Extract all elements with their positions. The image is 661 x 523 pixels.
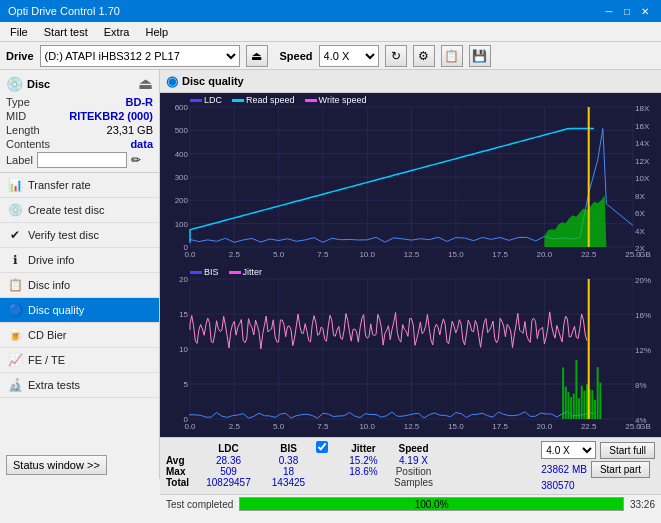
max-jitter: 18.6%	[336, 466, 391, 477]
nav-label-disc-quality: Disc quality	[28, 304, 84, 316]
avg-ldc: 28.36	[196, 455, 261, 466]
start-full-button[interactable]: Start full	[600, 442, 655, 459]
stats-area: LDC BIS Jitter Speed Avg 28.36 0.38 15.2…	[160, 437, 661, 494]
mid-value: RITEKBR2 (000)	[69, 110, 153, 122]
menu-file[interactable]: File	[4, 24, 34, 40]
label-edit-icon[interactable]: ✏	[131, 153, 141, 167]
length-value: 23,31 GB	[107, 124, 153, 136]
menu-start-test[interactable]: Start test	[38, 24, 94, 40]
menu-help[interactable]: Help	[139, 24, 174, 40]
legend-write-speed: Write speed	[319, 95, 367, 105]
nav-item-fe-te[interactable]: 📈FE / TE	[0, 348, 159, 373]
samples-value: 380570	[541, 480, 655, 491]
speed-label: Speed	[280, 50, 313, 62]
top-legend: LDC Read speed Write speed	[190, 95, 366, 105]
disc-icon: 💿	[6, 76, 23, 92]
position-value: 23862 MB	[541, 464, 587, 475]
nav-item-disc-quality[interactable]: 🔵Disc quality	[0, 298, 159, 323]
settings-button[interactable]: ⚙	[413, 45, 435, 67]
save-button[interactable]: 💾	[469, 45, 491, 67]
bottom-legend: BIS Jitter	[190, 267, 262, 277]
max-bis: 18	[261, 466, 316, 477]
nav-item-create-test-disc[interactable]: 💿Create test disc	[0, 198, 159, 223]
speed-val: 4.19 X	[391, 455, 436, 466]
contents-value: data	[130, 138, 153, 150]
status-window-button[interactable]: Status window >>	[6, 455, 107, 475]
label-label: Label	[6, 154, 33, 166]
nav-label-fe-te: FE / TE	[28, 354, 65, 366]
stats-table: LDC BIS Jitter Speed Avg 28.36 0.38 15.2…	[166, 441, 436, 488]
label-input[interactable]	[37, 152, 127, 168]
length-label: Length	[6, 124, 40, 136]
avg-jitter: 15.2%	[336, 455, 391, 466]
jitter-col-header: Jitter	[336, 441, 391, 455]
close-button[interactable]: ✕	[637, 4, 653, 18]
disc-section: 💿 Disc ⏏ Type BD-R MID RITEKBR2 (000) Le…	[0, 70, 159, 173]
nav-item-extra-tests[interactable]: 🔬Extra tests	[0, 373, 159, 398]
nav-label-verify-test-disc: Verify test disc	[28, 229, 99, 241]
refresh-button[interactable]: ↻	[385, 45, 407, 67]
nav-item-drive-info[interactable]: ℹDrive info	[0, 248, 159, 273]
progress-text: 100.0%	[415, 499, 449, 510]
title-bar: Opti Drive Control 1.70 ─ □ ✕	[0, 0, 661, 22]
speed-select[interactable]: 4.0 X	[319, 45, 379, 67]
contents-label: Contents	[6, 138, 50, 150]
minimize-button[interactable]: ─	[601, 4, 617, 18]
max-row-label: Max	[166, 466, 196, 477]
chart-area: LDC Read speed Write speed BIS Jitter	[160, 93, 661, 437]
jitter-checkbox[interactable]	[316, 441, 328, 453]
nav-icon-disc-info: 📋	[8, 278, 22, 292]
nav-item-cd-bier[interactable]: 🍺CD Bier	[0, 323, 159, 348]
nav-icon-fe-te: 📈	[8, 353, 22, 367]
nav-icon-cd-bier: 🍺	[8, 328, 22, 342]
nav-list: 📊Transfer rate💿Create test disc✔Verify t…	[0, 173, 159, 398]
drive-bar: Drive (D:) ATAPI iHBS312 2 PL17 ⏏ Speed …	[0, 42, 661, 70]
avg-bis: 0.38	[261, 455, 316, 466]
legend-bis: BIS	[204, 267, 219, 277]
menu-bar: File Start test Extra Help	[0, 22, 661, 42]
nav-label-cd-bier: CD Bier	[28, 329, 67, 341]
window-controls: ─ □ ✕	[601, 4, 653, 18]
nav-icon-drive-info: ℹ	[8, 253, 22, 267]
position-label: Position	[391, 466, 436, 477]
col-ldc-header: LDC	[196, 441, 261, 455]
status-text: Test completed	[166, 499, 233, 510]
legend-read-speed: Read speed	[246, 95, 295, 105]
start-part-button[interactable]: Start part	[591, 461, 650, 478]
nav-item-transfer-rate[interactable]: 📊Transfer rate	[0, 173, 159, 198]
nav-icon-verify-test-disc: ✔	[8, 228, 22, 242]
legend-ldc: LDC	[204, 95, 222, 105]
right-stats-buttons: 4.0 X Start full 23862 MB Start part 380…	[541, 441, 655, 491]
drive-label: Drive	[6, 50, 34, 62]
samples-label: Samples	[391, 477, 436, 488]
mid-label: MID	[6, 110, 26, 122]
nav-item-disc-info[interactable]: 📋Disc info	[0, 273, 159, 298]
bottom-controls: Test completed 100.0% 33:26	[160, 494, 661, 513]
dq-title: Disc quality	[182, 75, 244, 87]
nav-icon-transfer-rate: 📊	[8, 178, 22, 192]
nav-label-transfer-rate: Transfer rate	[28, 179, 91, 191]
nav-icon-extra-tests: 🔬	[8, 378, 22, 392]
right-panel: ◉ Disc quality LDC Read speed Write spee…	[160, 70, 661, 479]
disc-quality-header: ◉ Disc quality	[160, 70, 661, 93]
nav-icon-disc-quality: 🔵	[8, 303, 22, 317]
legend-jitter: Jitter	[243, 267, 263, 277]
progress-bar: 100.0%	[239, 497, 624, 511]
nav-label-drive-info: Drive info	[28, 254, 74, 266]
disc-eject-icon: ⏏	[138, 74, 153, 93]
eject-button[interactable]: ⏏	[246, 45, 268, 67]
nav-label-extra-tests: Extra tests	[28, 379, 80, 391]
copy-button[interactable]: 📋	[441, 45, 463, 67]
nav-item-verify-test-disc[interactable]: ✔Verify test disc	[0, 223, 159, 248]
drive-select[interactable]: (D:) ATAPI iHBS312 2 PL17	[40, 45, 240, 67]
top-chart-canvas	[160, 93, 661, 265]
maximize-button[interactable]: □	[619, 4, 635, 18]
total-bis: 143425	[261, 477, 316, 488]
nav-label-disc-info: Disc info	[28, 279, 70, 291]
type-value: BD-R	[126, 96, 154, 108]
menu-extra[interactable]: Extra	[98, 24, 136, 40]
time-text: 33:26	[630, 499, 655, 510]
speed-dropdown[interactable]: 4.0 X	[541, 441, 596, 459]
disc-section-title: Disc	[27, 78, 50, 90]
nav-icon-create-test-disc: 💿	[8, 203, 22, 217]
